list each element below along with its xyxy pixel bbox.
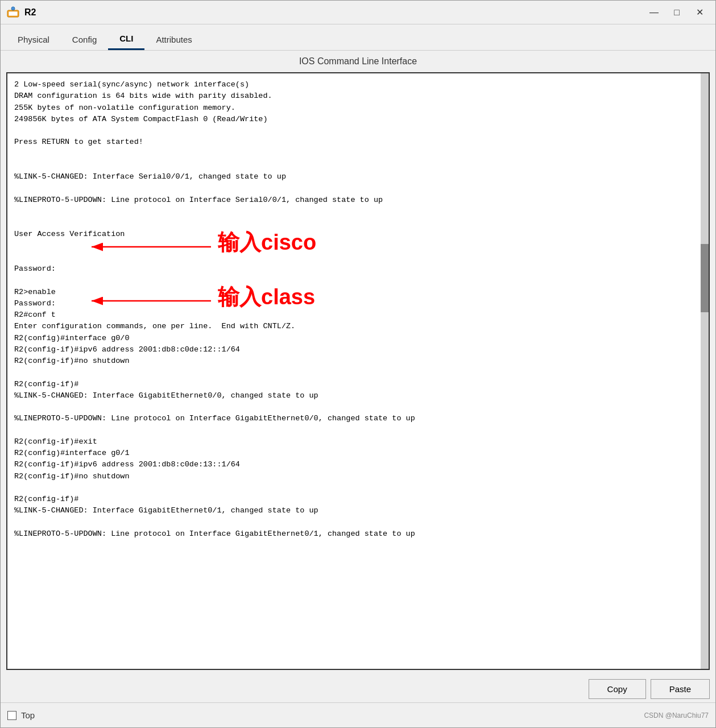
tab-attributes[interactable]: Attributes <box>144 28 203 50</box>
cli-output[interactable]: 2 Low-speed serial(sync/async) network i… <box>7 73 701 669</box>
tab-config[interactable]: Config <box>61 28 108 50</box>
main-window: R2 — □ ✕ Physical Config CLI Attributes … <box>0 0 716 728</box>
watermark: CSDN @NaruChiu77 <box>644 712 709 719</box>
bottom-bar: Top CSDN @NaruChiu77 <box>1 702 715 727</box>
top-checkbox[interactable] <box>7 711 16 720</box>
top-label: Top <box>21 710 35 720</box>
minimize-button[interactable]: — <box>644 5 664 20</box>
scrollbar[interactable] <box>701 73 709 669</box>
tab-physical[interactable]: Physical <box>6 28 61 50</box>
cli-container[interactable]: 2 Low-speed serial(sync/async) network i… <box>6 72 710 670</box>
cli-area: 2 Low-speed serial(sync/async) network i… <box>1 72 715 676</box>
cli-wrapper: 2 Low-speed serial(sync/async) network i… <box>1 72 715 676</box>
section-header: IOS Command Line Interface <box>1 51 715 72</box>
paste-button[interactable]: Paste <box>651 679 710 699</box>
window-title: R2 <box>24 7 36 18</box>
close-button[interactable]: ✕ <box>689 5 710 20</box>
app-icon <box>6 6 20 19</box>
button-row: Copy Paste <box>1 676 715 702</box>
title-bar-left: R2 <box>6 6 36 19</box>
copy-button[interactable]: Copy <box>589 679 646 699</box>
bottom-left: Top <box>7 710 35 720</box>
title-bar: R2 — □ ✕ <box>1 1 715 24</box>
scrollbar-thumb[interactable] <box>701 244 709 312</box>
title-bar-controls: — □ ✕ <box>644 5 710 20</box>
svg-rect-1 <box>9 11 18 16</box>
tab-bar: Physical Config CLI Attributes <box>1 24 715 51</box>
tab-cli[interactable]: CLI <box>108 28 144 50</box>
maximize-button[interactable]: □ <box>667 5 687 20</box>
